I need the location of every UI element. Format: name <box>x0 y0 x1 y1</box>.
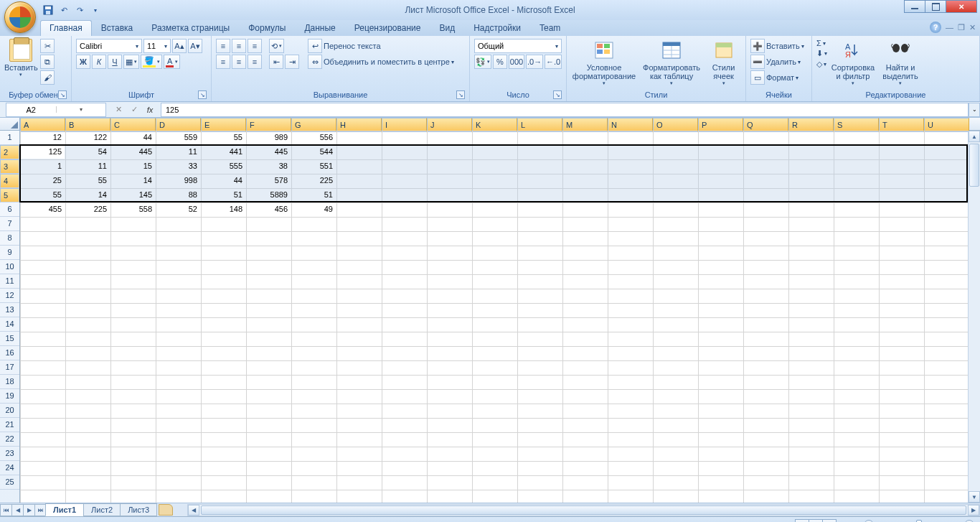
sheet-nav-next-icon[interactable]: ▶ <box>23 504 35 516</box>
ribbon-tab-team[interactable]: Team <box>530 20 570 36</box>
column-header[interactable]: O <box>653 118 698 132</box>
column-header[interactable]: N <box>608 118 653 132</box>
format-cells-button[interactable]: ▭Формат▾ <box>750 70 804 85</box>
row-header[interactable]: 15 <box>0 332 19 346</box>
cell[interactable]: 55 <box>65 174 110 187</box>
sheet-nav-first-icon[interactable]: ⏮ <box>0 504 12 516</box>
cancel-formula-icon[interactable]: ✕ <box>110 103 126 116</box>
comma-format-icon[interactable]: 000 <box>509 55 524 69</box>
cell[interactable]: 559 <box>156 131 200 144</box>
number-format-select[interactable]: Общий▾ <box>474 39 562 53</box>
cell[interactable]: 88 <box>156 188 200 202</box>
cell[interactable]: 445 <box>110 145 155 159</box>
horizontal-scroll-thumb[interactable] <box>201 505 966 515</box>
cell[interactable]: 456 <box>246 202 291 216</box>
column-header[interactable]: F <box>246 118 291 132</box>
underline-button[interactable]: Ч <box>108 55 122 69</box>
zoom-in-button[interactable]: + <box>964 520 974 523</box>
column-header[interactable]: R <box>788 118 834 132</box>
cell[interactable]: 555 <box>201 159 245 173</box>
cell[interactable]: 38 <box>246 159 291 173</box>
cell[interactable]: 225 <box>291 174 336 187</box>
ribbon-tab-главная[interactable]: Главная <box>40 20 92 36</box>
minimize-ribbon-icon[interactable]: — <box>946 23 953 32</box>
row-header[interactable]: 21 <box>0 418 19 432</box>
enter-formula-icon[interactable]: ✓ <box>126 103 142 116</box>
autosum-button[interactable]: Σ▾ <box>816 39 827 47</box>
cell[interactable]: 55 <box>20 188 65 202</box>
merge-center-button[interactable]: ⇔Объединить и поместить в центре▾ <box>308 55 454 69</box>
undo-icon[interactable]: ↶ <box>57 4 70 17</box>
align-top-icon[interactable]: ≡ <box>216 39 230 53</box>
font-name-select[interactable]: Calibri▾ <box>76 39 142 53</box>
sheet-tab[interactable]: Лист1 <box>45 503 84 516</box>
row-header[interactable]: 22 <box>0 432 19 447</box>
clear-button[interactable]: ◇▾ <box>816 60 827 69</box>
scroll-right-icon[interactable]: ▶ <box>968 505 979 516</box>
scroll-left-icon[interactable]: ◀ <box>188 505 199 516</box>
cell[interactable]: 5889 <box>246 188 291 202</box>
cell[interactable]: 445 <box>246 145 291 159</box>
cell[interactable]: 11 <box>65 159 110 173</box>
cell-styles-button[interactable]: Стили ячеек▾ <box>706 39 741 86</box>
bold-button[interactable]: Ж <box>76 55 90 69</box>
copy-icon[interactable]: ⧉ <box>40 55 55 69</box>
column-header[interactable]: C <box>110 118 156 132</box>
insert-function-icon[interactable]: fx <box>142 103 158 116</box>
close-workbook-icon[interactable]: ✕ <box>969 23 976 32</box>
decrease-indent-icon[interactable]: ⇤ <box>269 55 283 69</box>
fill-color-button[interactable]: 🪣 <box>141 55 162 69</box>
sheet-nav-prev-icon[interactable]: ◀ <box>11 504 24 516</box>
name-box[interactable]: A2▾ <box>6 103 106 117</box>
paste-button[interactable]: Вставить ▾ <box>4 39 37 78</box>
save-icon[interactable] <box>42 4 55 17</box>
format-as-table-button[interactable]: Форматировать как таблицу▾ <box>640 39 703 86</box>
help-icon[interactable]: ? <box>930 22 941 33</box>
spreadsheet-grid[interactable]: ABCDEFGHIJKLMNOPQRSTU 123456789101112131… <box>0 118 980 503</box>
maximize-button[interactable] <box>925 0 946 13</box>
vertical-scroll-thumb[interactable] <box>969 144 979 187</box>
conditional-formatting-button[interactable]: Условное форматирование▾ <box>571 39 637 86</box>
row-header[interactable]: 20 <box>0 404 19 418</box>
column-header[interactable]: B <box>65 118 110 132</box>
cell[interactable]: 33 <box>156 159 200 173</box>
cell[interactable]: 54 <box>65 145 110 159</box>
row-header[interactable]: 2 <box>0 145 19 159</box>
ribbon-tab-данные[interactable]: Данные <box>295 20 344 36</box>
format-painter-icon[interactable]: 🖌 <box>40 70 55 85</box>
delete-cells-button[interactable]: ➖Удалить▾ <box>750 55 804 69</box>
scroll-down-icon[interactable]: ▼ <box>969 491 980 503</box>
row-header[interactable]: 11 <box>0 274 19 289</box>
new-sheet-button[interactable] <box>159 504 173 516</box>
column-header[interactable]: T <box>879 118 924 132</box>
row-header[interactable]: 24 <box>0 461 19 475</box>
align-bottom-icon[interactable]: ≡ <box>248 39 262 53</box>
cell[interactable]: 44 <box>201 174 245 187</box>
cell[interactable]: 44 <box>110 131 155 144</box>
cell[interactable]: 225 <box>65 202 110 216</box>
cell[interactable]: 455 <box>20 202 65 216</box>
percent-format-icon[interactable]: % <box>493 55 507 69</box>
cell[interactable]: 25 <box>20 174 65 187</box>
cell[interactable]: 441 <box>201 145 245 159</box>
cell[interactable]: 1 <box>20 159 65 173</box>
align-middle-icon[interactable]: ≡ <box>232 39 246 53</box>
cell[interactable]: 998 <box>156 174 200 187</box>
cell[interactable]: 551 <box>291 159 336 173</box>
align-left-icon[interactable]: ≡ <box>216 55 230 69</box>
cell[interactable]: 556 <box>291 131 336 144</box>
office-button[interactable] <box>4 1 36 33</box>
redo-icon[interactable]: ↷ <box>73 4 86 17</box>
cut-icon[interactable]: ✂ <box>40 39 55 53</box>
horizontal-scrollbar[interactable]: ◀ ▶ <box>187 504 980 516</box>
cell[interactable]: 12 <box>20 131 65 144</box>
close-button[interactable]: ✕ <box>946 0 977 13</box>
italic-button[interactable]: К <box>92 55 106 69</box>
cell[interactable]: 49 <box>291 202 336 216</box>
column-header[interactable]: Q <box>743 118 788 132</box>
cell[interactable]: 122 <box>65 131 110 144</box>
row-header[interactable]: 23 <box>0 447 19 461</box>
page-layout-view-icon[interactable]: ▤ <box>809 519 823 523</box>
column-header[interactable]: L <box>517 118 562 132</box>
cell[interactable]: 544 <box>291 145 336 159</box>
